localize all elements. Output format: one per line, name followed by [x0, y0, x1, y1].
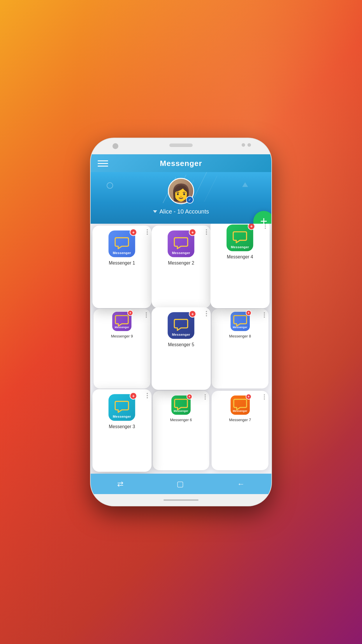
- messenger-6-card[interactable]: Messenger + Messenger 6: [153, 391, 210, 470]
- messenger-7-card[interactable]: Messenger + Messenger 7: [212, 391, 268, 470]
- messenger-9-add-badge: +: [127, 310, 133, 316]
- profile-name[interactable]: Alice - 10 Accounts: [153, 208, 209, 215]
- messenger-3-card[interactable]: Messenger + Messenger 3: [92, 389, 151, 472]
- messenger-4-add-badge: +: [248, 224, 255, 230]
- messenger-9-card[interactable]: Messenger + Messenger 9: [94, 309, 150, 388]
- phone-dots: [242, 143, 251, 147]
- phone-top-bar: [91, 138, 271, 154]
- messenger-2-add-badge: +: [189, 229, 196, 236]
- phone-dot-2: [247, 143, 251, 147]
- messenger-7-icon-wrap: Messenger +: [231, 396, 250, 415]
- messenger-8-add-badge: +: [246, 310, 252, 316]
- home-indicator: [164, 499, 198, 501]
- messenger-5-icon-label: Messenger: [168, 333, 194, 336]
- messenger-4-card[interactable]: Messenger + Messenger 4: [210, 224, 269, 308]
- messenger-1-menu[interactable]: [147, 229, 148, 235]
- messenger-9-menu[interactable]: [146, 312, 147, 318]
- messenger-9-icon-label: Messenger: [112, 326, 131, 329]
- messenger-4-name: Messenger 4: [227, 254, 253, 260]
- bottom-nav: ⇄ ▢ ←: [91, 474, 271, 494]
- messenger-3-add-badge: +: [130, 392, 137, 400]
- messenger-7-add-badge: +: [246, 394, 252, 400]
- messenger-2-card[interactable]: Messenger + Messenger 2: [152, 226, 210, 308]
- messenger-1-name: Messenger 1: [109, 260, 135, 265]
- messenger-5-card[interactable]: Messenger + Messenger 5: [152, 307, 210, 390]
- phone-frame: Messenger ✓ Alice - 10 Accounts: [91, 138, 271, 506]
- messenger-1-card[interactable]: Messenger + Messenger 1: [92, 226, 151, 308]
- messenger-4-menu[interactable]: [265, 224, 266, 229]
- profile-name-label: Alice - 10 Accounts: [159, 208, 209, 215]
- messenger-2-name: Messenger 2: [168, 260, 194, 265]
- header-top: Messenger: [98, 159, 264, 172]
- app-header: Messenger: [91, 154, 271, 172]
- messenger-1-icon-label: Messenger: [109, 251, 136, 255]
- messenger-1-icon-wrap: Messenger +: [109, 230, 136, 257]
- phone-bottom-bar: [91, 494, 271, 506]
- messenger-5-name: Messenger 5: [168, 342, 194, 347]
- messenger-5-icon-wrap: Messenger +: [168, 312, 194, 339]
- app-title: Messenger: [98, 159, 264, 168]
- messenger-9-icon-wrap: Messenger +: [112, 312, 131, 331]
- messenger-1-add-badge: +: [130, 229, 137, 236]
- messenger-3-name: Messenger 3: [109, 424, 135, 429]
- messenger-3-menu[interactable]: [147, 393, 148, 398]
- messenger-4-icon-label: Messenger: [227, 245, 254, 249]
- messenger-2-icon-label: Messenger: [168, 251, 194, 255]
- messenger-8-name: Messenger 8: [229, 334, 251, 338]
- avatar-container[interactable]: ✓: [168, 178, 194, 204]
- messenger-7-icon-label: Messenger: [231, 410, 250, 412]
- messenger-2-icon-wrap: Messenger +: [168, 230, 194, 257]
- nav-switch-button[interactable]: ⇄: [117, 480, 124, 489]
- messenger-5-menu[interactable]: [206, 311, 207, 316]
- messenger-6-icon-label: Messenger: [171, 410, 191, 412]
- messenger-6-name: Messenger 6: [170, 418, 192, 422]
- messenger-8-menu[interactable]: [264, 312, 265, 318]
- messenger-7-menu[interactable]: [264, 394, 265, 400]
- messenger-8-icon-label: Messenger: [231, 326, 250, 329]
- messenger-7-name: Messenger 7: [229, 418, 251, 422]
- add-account-fab[interactable]: +: [253, 211, 271, 224]
- messenger-8-card[interactable]: Messenger + Messenger 8: [212, 309, 268, 388]
- phone-speaker: [169, 144, 193, 147]
- messenger-4-icon-wrap: Messenger +: [227, 225, 254, 251]
- messenger-2-menu[interactable]: [206, 229, 207, 235]
- messenger-8-icon-wrap: Messenger +: [231, 312, 250, 331]
- avatar-edit-badge[interactable]: ✓: [186, 196, 194, 204]
- apps-grid: Messenger + Messenger 1: [91, 224, 271, 474]
- nav-back-button[interactable]: ←: [237, 480, 245, 489]
- nav-square-button[interactable]: ▢: [177, 480, 184, 489]
- profile-section: ✓ Alice - 10 Accounts +: [91, 172, 271, 224]
- phone-dot-1: [242, 143, 245, 147]
- messenger-6-menu[interactable]: [205, 394, 206, 400]
- messenger-6-icon-wrap: Messenger +: [171, 396, 191, 415]
- svg-line-4: [204, 176, 217, 202]
- svg-line-3: [194, 172, 207, 198]
- messenger-5-add-badge: +: [189, 310, 196, 318]
- messenger-9-name: Messenger 9: [111, 334, 133, 338]
- dropdown-arrow-icon: [153, 210, 157, 213]
- messenger-6-add-badge: +: [187, 394, 192, 400]
- phone-screen: Messenger ✓ Alice - 10 Accounts: [91, 154, 271, 494]
- messenger-3-icon-label: Messenger: [109, 415, 136, 418]
- phone-camera: [113, 143, 118, 149]
- messenger-3-icon-wrap: Messenger +: [109, 394, 136, 421]
